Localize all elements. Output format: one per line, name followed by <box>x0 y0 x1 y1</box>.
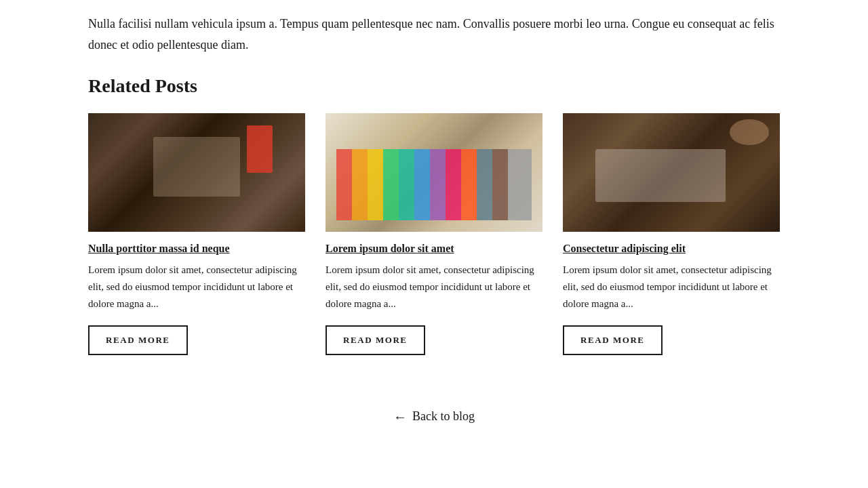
related-posts-heading: Related Posts <box>88 75 780 97</box>
post-excerpt-2: Lorem ipsum dolor sit amet, consectetur … <box>326 262 542 312</box>
read-more-button-3[interactable]: READ MORE <box>563 325 663 355</box>
post-title-1[interactable]: Nulla porttitor massa id neque <box>88 243 305 255</box>
post-card-3: Consectetur adipiscing elit Lorem ipsum … <box>563 113 780 355</box>
read-more-button-2[interactable]: READ MORE <box>326 325 425 355</box>
post-excerpt-1: Lorem ipsum dolor sit amet, consectetur … <box>88 262 305 312</box>
post-title-2[interactable]: Lorem ipsum dolor sit amet <box>326 243 542 255</box>
posts-grid: Nulla porttitor massa id neque Lorem ips… <box>88 113 780 355</box>
back-arrow-icon: ← <box>393 410 407 424</box>
post-card-2: Lorem ipsum dolor sit amet Lorem ipsum d… <box>326 113 542 355</box>
back-to-blog-section: ← Back to blog <box>88 382 780 444</box>
post-excerpt-3: Lorem ipsum dolor sit amet, consectetur … <box>563 262 780 312</box>
back-to-blog-label: Back to blog <box>412 409 475 424</box>
intro-paragraph: Nulla facilisi nullam vehicula ipsum a. … <box>88 0 780 75</box>
post-title-3[interactable]: Consectetur adipiscing elit <box>563 243 780 255</box>
post-image-1 <box>88 113 305 232</box>
post-image-3 <box>563 113 780 232</box>
post-card-1: Nulla porttitor massa id neque Lorem ips… <box>88 113 305 355</box>
post-image-2 <box>326 113 542 232</box>
related-posts-section: Related Posts Nulla porttitor massa id n… <box>88 75 780 382</box>
read-more-button-1[interactable]: READ MORE <box>88 325 188 355</box>
back-to-blog-link[interactable]: ← Back to blog <box>393 409 475 424</box>
